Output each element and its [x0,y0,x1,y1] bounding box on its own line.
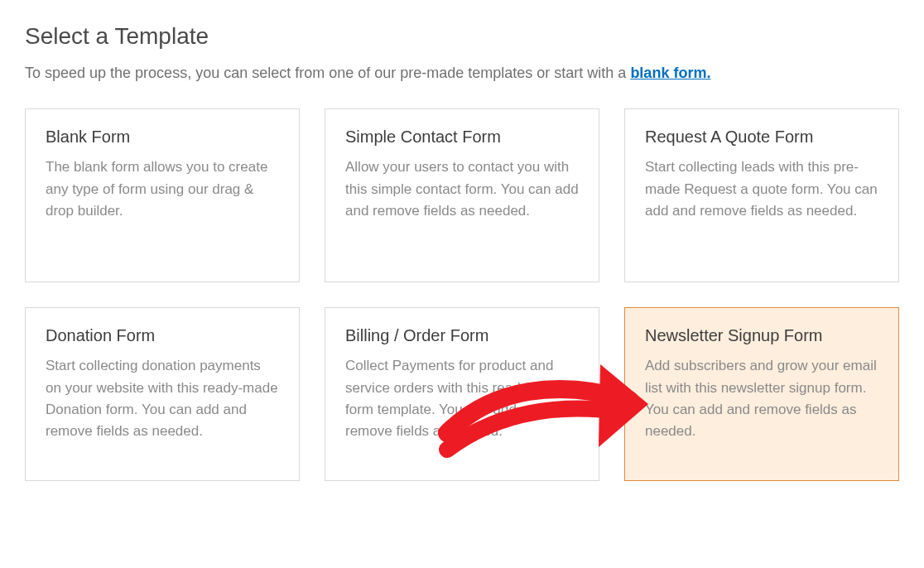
page-title: Select a Template [25,23,899,50]
template-desc: Allow your users to contact you with thi… [345,156,579,222]
template-desc: Collect Payments for product and service… [345,355,579,442]
blank-form-link[interactable]: blank form. [630,65,710,81]
template-card-newsletter-signup[interactable]: Newsletter Signup Form Add subscribers a… [624,307,899,481]
template-desc: Start collecting leads with this pre-mad… [645,156,878,222]
template-desc: The blank form allows you to create any … [46,156,279,222]
template-card-simple-contact[interactable]: Simple Contact Form Allow your users to … [325,108,599,282]
template-title: Request A Quote Form [645,128,878,147]
template-card-donation[interactable]: Donation Form Start collecting donation … [25,307,300,481]
template-title: Newsletter Signup Form [645,326,878,345]
subtext-prefix: To speed up the process, you can select … [25,65,630,81]
template-desc: Start collecting donation payments on yo… [46,355,279,442]
template-card-request-quote[interactable]: Request A Quote Form Start collecting le… [624,108,899,282]
template-title: Billing / Order Form [345,326,579,345]
template-card-blank-form[interactable]: Blank Form The blank form allows you to … [25,108,300,282]
template-title: Blank Form [46,128,279,147]
template-title: Simple Contact Form [345,128,579,147]
template-grid: Blank Form The blank form allows you to … [25,108,899,481]
template-title: Donation Form [46,326,279,345]
template-desc: Add subscribers and grow your email list… [645,355,878,442]
template-card-billing-order[interactable]: Billing / Order Form Collect Payments fo… [325,307,599,481]
page-subtext: To speed up the process, you can select … [25,63,899,84]
